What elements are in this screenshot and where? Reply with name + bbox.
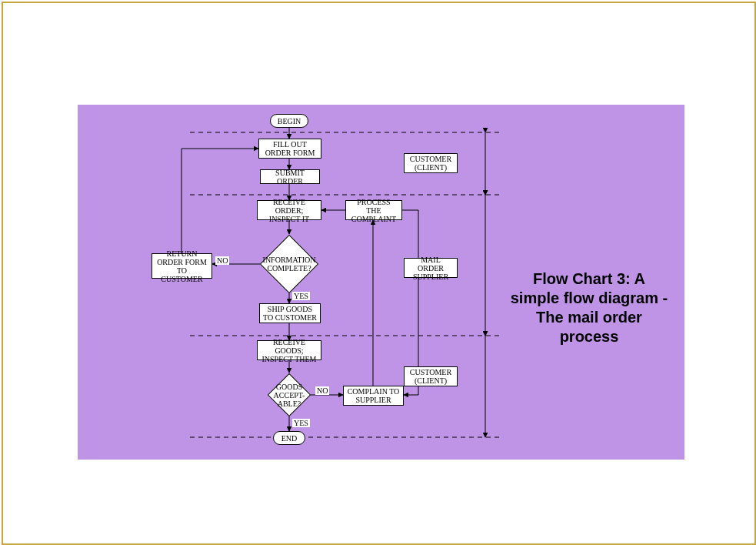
swimlane-supplier-text: MAIL ORDER SUPPLIER xyxy=(408,256,454,281)
label-yes-2: YES xyxy=(292,419,310,427)
node-information-complete-label: INFORMATION COMPLETE? xyxy=(260,256,318,272)
node-goods-acceptable-label: GOODS ACCEPT-ABLE? xyxy=(268,383,311,408)
swimlane-customer-bottom-text: CUSTOMER (CLIENT) xyxy=(408,368,454,385)
node-complain-supplier: COMPLAIN TO SUPPLIER xyxy=(343,386,404,406)
node-process-complaint-label: PROCESS THE COMPLAINT xyxy=(349,198,398,223)
node-end-label: END xyxy=(281,434,298,443)
flowchart-canvas: BEGIN FILL OUT ORDER FORM SUBMIT ORDER R… xyxy=(78,105,684,460)
node-receive-goods: RECEIVE GOODS; INSPECT THEM xyxy=(257,340,321,360)
node-submit-label: SUBMIT ORDER xyxy=(264,169,316,186)
label-no-1: NO xyxy=(215,256,229,265)
page-frame: BEGIN FILL OUT ORDER FORM SUBMIT ORDER R… xyxy=(2,2,756,545)
node-return-form-label: RETURN ORDER FORM TO CUSTOMER xyxy=(155,249,208,283)
swimlane-label-supplier: MAIL ORDER SUPPLIER xyxy=(404,258,458,278)
node-fill-out-order-form: FILL OUT ORDER FORM xyxy=(258,139,321,159)
swimlane-label-customer-top: CUSTOMER (CLIENT) xyxy=(404,153,458,173)
swimlane-customer-top-text: CUSTOMER (CLIENT) xyxy=(408,155,454,172)
node-goods-acceptable: GOODS ACCEPT-ABLE? xyxy=(274,379,305,410)
node-fill-out-label: FILL OUT ORDER FORM xyxy=(262,140,318,157)
node-complain-label: COMPLAIN TO SUPPLIER xyxy=(347,387,400,404)
node-receive-order-label: RECEIVE ORDER; INSPECT IT xyxy=(261,198,318,223)
node-ship-goods: SHIP GOODS TO CUSTOMER xyxy=(259,303,321,323)
node-return-order-form: RETURN ORDER FORM TO CUSTOMER xyxy=(152,253,212,279)
node-begin: BEGIN xyxy=(270,114,308,128)
node-receive-goods-label: RECEIVE GOODS; INSPECT THEM xyxy=(261,338,318,363)
swimlane-label-customer-bottom: CUSTOMER (CLIENT) xyxy=(404,366,458,386)
label-yes-1: YES xyxy=(292,292,310,300)
node-end: END xyxy=(273,431,305,445)
node-begin-label: BEGIN xyxy=(278,117,301,125)
node-receive-order: RECEIVE ORDER; INSPECT IT xyxy=(257,200,321,220)
node-process-complaint: PROCESS THE COMPLAINT xyxy=(345,200,402,220)
node-information-complete: INFORMATION COMPLETE? xyxy=(268,243,310,285)
node-ship-goods-label: SHIP GOODS TO CUSTOMER xyxy=(263,305,317,322)
node-submit-order: SUBMIT ORDER xyxy=(260,169,320,184)
flowchart-title: Flow Chart 3: A simple flow diagram - Th… xyxy=(508,269,670,346)
label-no-2: NO xyxy=(315,386,329,395)
